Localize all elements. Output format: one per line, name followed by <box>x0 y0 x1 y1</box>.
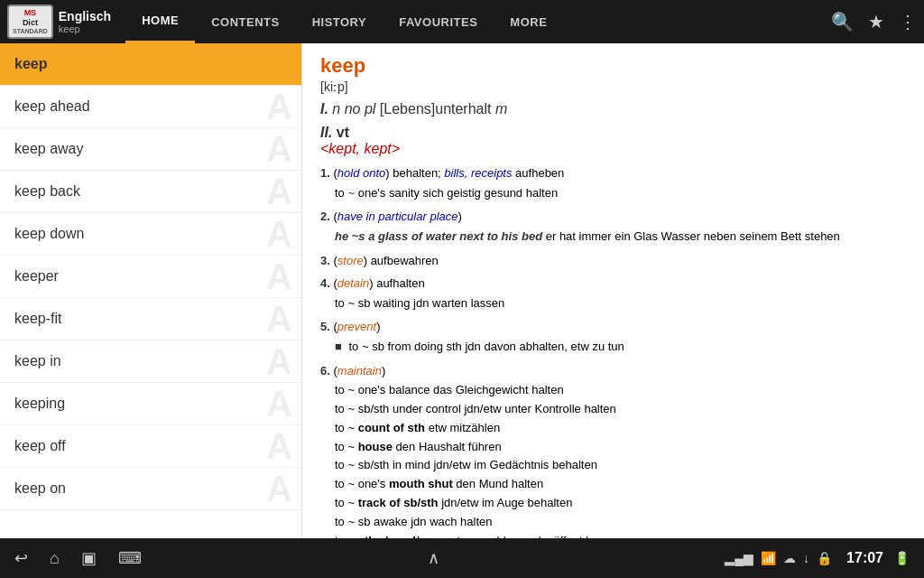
battery-icon: 🔋 <box>894 551 910 565</box>
def-6: 6. (maintain) to ~ one's balance das Gle… <box>320 362 906 538</box>
entry-section-1: I. n no pl [Lebens]unterhalt m <box>320 101 906 117</box>
def-4: 4. (detain) aufhalten to ~ sb waiting jd… <box>320 275 906 312</box>
signal-strength-icon: ▂▄▆ <box>725 551 753 565</box>
bottom-bar: ↩ ⌂ ▣ ⌨ ∧ ▂▄▆ 📶 ☁ ↓ 🔒 17:07 🔋 <box>0 538 924 578</box>
back-button[interactable]: ↩ <box>14 548 28 568</box>
search-icon[interactable]: 🔍 <box>831 11 854 33</box>
sidebar-item-keep-in[interactable]: keep in A <box>0 340 301 383</box>
def-3: 3. (store) aufbewahren <box>320 252 906 270</box>
favourites-star-icon[interactable]: ★ <box>868 11 884 33</box>
tab-more[interactable]: MORE <box>494 0 563 43</box>
pos-roman-2: II. <box>320 125 332 140</box>
entry-headword: keep <box>320 54 906 78</box>
entry-phonetic: [kiːp] <box>320 79 906 94</box>
status-bar: ▂▄▆ 📶 ☁ ↓ 🔒 17:07 🔋 <box>725 550 910 566</box>
pos-roman-1: I. <box>320 101 328 117</box>
nav-tabs: HOME CONTENTS HISTORY FAVOURITES MORE <box>125 0 831 43</box>
more-options-icon[interactable]: ⋮ <box>899 11 917 33</box>
nav-icons: 🔍 ★ ⋮ <box>831 11 917 33</box>
keyboard-button[interactable]: ⌨ <box>118 548 142 568</box>
dictionary-content: keep [kiːp] I. n no pl [Lebens]unterhalt… <box>302 43 924 538</box>
sidebar-item-keep-ahead[interactable]: keep ahead A <box>0 86 301 128</box>
sidebar-item-keep-off[interactable]: keep off A <box>0 425 301 468</box>
wifi-icon: 📶 <box>761 551 776 565</box>
grammar-2: vt <box>337 125 349 140</box>
sidebar-item-keep[interactable]: keep <box>0 43 301 86</box>
def-1: 1. (hold onto) behalten; bills, receipts… <box>320 164 906 202</box>
app-logo: MS Dict STANDARD Englisch keep <box>7 5 111 39</box>
scroll-up-icon[interactable]: ∧ <box>428 548 439 568</box>
def-5: 5. (prevent) ■ to ~ sb from doing sth jd… <box>320 318 906 356</box>
tab-contents[interactable]: CONTENTS <box>195 0 296 43</box>
sidebar: keep keep ahead A keep away A keep back … <box>0 43 302 538</box>
app-title: Englisch keep <box>59 9 111 34</box>
top-nav-bar: MS Dict STANDARD Englisch keep HOME CONT… <box>0 0 924 43</box>
sidebar-item-keeping[interactable]: keeping A <box>0 383 301 425</box>
content-area: keep keep ahead A keep away A keep back … <box>0 43 924 538</box>
logo-badge: MS Dict STANDARD <box>7 5 53 39</box>
grammar-1: n no pl <box>332 101 375 117</box>
sidebar-item-keep-fit[interactable]: keep-fit A <box>0 298 301 340</box>
bottom-center: ∧ <box>428 548 439 568</box>
translation-1: [Lebens]unterhalt m <box>380 101 507 117</box>
tab-history[interactable]: HISTORY <box>296 0 383 43</box>
tab-favourites[interactable]: FAVOURITES <box>383 0 494 43</box>
recent-apps-button[interactable]: ▣ <box>81 548 97 568</box>
sidebar-item-keep-down[interactable]: keep down A <box>0 213 301 256</box>
home-button[interactable]: ⌂ <box>50 549 60 568</box>
entry-section-2: II. vt <kept, kept> <box>320 125 906 157</box>
sidebar-item-keep-on[interactable]: keep on A <box>0 468 301 510</box>
cloud-icon: ☁ <box>783 551 796 565</box>
def-2: 2. (have in particular place) he ~s a gl… <box>320 208 906 246</box>
sidebar-item-keep-back[interactable]: keep back A <box>0 171 301 213</box>
sidebar-item-keep-away[interactable]: keep away A <box>0 128 301 171</box>
app-title-sub: keep <box>59 23 111 34</box>
conjugation-link[interactable]: <kept, kept> <box>320 141 400 156</box>
clock-display: 17:07 <box>846 550 883 566</box>
download-icon: ↓ <box>803 551 809 565</box>
tab-home[interactable]: HOME <box>125 0 195 43</box>
bottom-nav: ↩ ⌂ ▣ ⌨ <box>14 548 142 568</box>
lock-icon: 🔒 <box>817 551 832 565</box>
sidebar-item-keeper[interactable]: keeper A <box>0 256 301 298</box>
app-title-main: Englisch <box>59 9 111 23</box>
